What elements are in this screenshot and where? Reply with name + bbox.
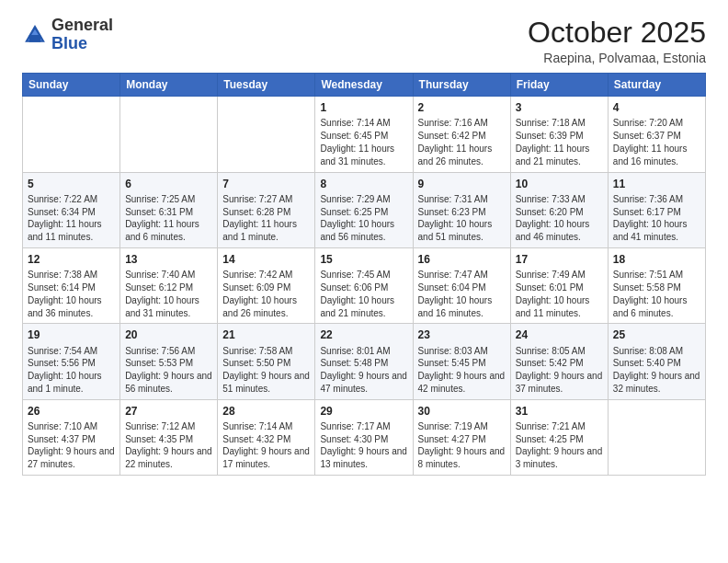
calendar-cell: 11Sunrise: 7:36 AM Sunset: 6:17 PM Dayli… bbox=[608, 172, 705, 247]
calendar-week-row: 1Sunrise: 7:14 AM Sunset: 6:45 PM Daylig… bbox=[23, 97, 706, 172]
day-number: 28 bbox=[222, 404, 310, 419]
page: General Blue October 2025 Raepina, Polva… bbox=[0, 0, 728, 563]
cell-content: Sunrise: 7:51 AM Sunset: 5:58 PM Dayligh… bbox=[613, 269, 700, 319]
calendar-table: SundayMondayTuesdayWednesdayThursdayFrid… bbox=[22, 73, 706, 476]
calendar-cell: 27Sunrise: 7:12 AM Sunset: 4:35 PM Dayli… bbox=[120, 399, 218, 475]
calendar-cell: 9Sunrise: 7:31 AM Sunset: 6:23 PM Daylig… bbox=[413, 172, 510, 247]
calendar-cell bbox=[608, 399, 705, 475]
calendar-cell: 10Sunrise: 7:33 AM Sunset: 6:20 PM Dayli… bbox=[510, 172, 608, 247]
calendar-cell: 17Sunrise: 7:49 AM Sunset: 6:01 PM Dayli… bbox=[510, 247, 608, 323]
day-number: 27 bbox=[125, 404, 212, 419]
cell-content: Sunrise: 7:14 AM Sunset: 4:32 PM Dayligh… bbox=[222, 420, 310, 471]
logo-icon bbox=[22, 22, 48, 48]
calendar-cell: 7Sunrise: 7:27 AM Sunset: 6:28 PM Daylig… bbox=[218, 172, 315, 247]
cell-content: Sunrise: 7:12 AM Sunset: 4:35 PM Dayligh… bbox=[125, 420, 212, 471]
day-number: 26 bbox=[28, 404, 115, 419]
logo-blue: Blue bbox=[51, 34, 87, 52]
calendar-cell: 18Sunrise: 7:51 AM Sunset: 5:58 PM Dayli… bbox=[608, 247, 705, 323]
weekday-header: Saturday bbox=[608, 74, 705, 97]
logo-text: General Blue bbox=[51, 17, 113, 53]
svg-rect-2 bbox=[29, 35, 40, 42]
weekday-header: Friday bbox=[510, 74, 608, 97]
cell-content: Sunrise: 7:42 AM Sunset: 6:09 PM Dayligh… bbox=[222, 269, 310, 319]
logo-general: General bbox=[51, 16, 113, 34]
calendar-cell: 21Sunrise: 7:58 AM Sunset: 5:50 PM Dayli… bbox=[218, 324, 315, 399]
cell-content: Sunrise: 8:03 AM Sunset: 5:45 PM Dayligh… bbox=[418, 345, 506, 396]
day-number: 22 bbox=[320, 327, 407, 342]
cell-content: Sunrise: 7:36 AM Sunset: 6:17 PM Dayligh… bbox=[613, 193, 700, 244]
calendar-cell: 28Sunrise: 7:14 AM Sunset: 4:32 PM Dayli… bbox=[218, 399, 315, 475]
calendar-cell: 1Sunrise: 7:14 AM Sunset: 6:45 PM Daylig… bbox=[315, 97, 413, 172]
day-number: 17 bbox=[516, 252, 603, 267]
cell-content: Sunrise: 7:10 AM Sunset: 4:37 PM Dayligh… bbox=[28, 420, 115, 471]
day-number: 8 bbox=[320, 177, 407, 191]
calendar-cell: 23Sunrise: 8:03 AM Sunset: 5:45 PM Dayli… bbox=[413, 324, 510, 399]
calendar-cell: 13Sunrise: 7:40 AM Sunset: 6:12 PM Dayli… bbox=[120, 247, 218, 323]
day-number: 1 bbox=[320, 100, 407, 115]
day-number: 20 bbox=[125, 327, 212, 342]
cell-content: Sunrise: 7:17 AM Sunset: 4:30 PM Dayligh… bbox=[320, 420, 407, 471]
day-number: 13 bbox=[125, 252, 212, 267]
calendar-cell: 14Sunrise: 7:42 AM Sunset: 6:09 PM Dayli… bbox=[218, 247, 315, 323]
day-number: 3 bbox=[516, 100, 603, 115]
calendar-week-row: 26Sunrise: 7:10 AM Sunset: 4:37 PM Dayli… bbox=[23, 399, 706, 475]
calendar-cell: 19Sunrise: 7:54 AM Sunset: 5:56 PM Dayli… bbox=[23, 324, 120, 399]
calendar-week-row: 12Sunrise: 7:38 AM Sunset: 6:14 PM Dayli… bbox=[23, 247, 706, 323]
day-number: 2 bbox=[418, 100, 506, 115]
cell-content: Sunrise: 7:33 AM Sunset: 6:20 PM Dayligh… bbox=[516, 193, 603, 244]
cell-content: Sunrise: 8:01 AM Sunset: 5:48 PM Dayligh… bbox=[320, 345, 407, 396]
cell-content: Sunrise: 7:29 AM Sunset: 6:25 PM Dayligh… bbox=[320, 193, 407, 244]
day-number: 19 bbox=[28, 327, 115, 342]
cell-content: Sunrise: 7:54 AM Sunset: 5:56 PM Dayligh… bbox=[28, 345, 115, 396]
day-number: 10 bbox=[516, 177, 603, 191]
day-number: 5 bbox=[28, 177, 115, 191]
calendar-cell bbox=[23, 97, 120, 172]
weekday-header: Wednesday bbox=[315, 74, 413, 97]
day-number: 12 bbox=[28, 252, 115, 267]
cell-content: Sunrise: 7:14 AM Sunset: 6:45 PM Dayligh… bbox=[320, 117, 407, 167]
month-title: October 2025 bbox=[528, 17, 706, 49]
cell-content: Sunrise: 7:38 AM Sunset: 6:14 PM Dayligh… bbox=[28, 269, 115, 319]
cell-content: Sunrise: 8:08 AM Sunset: 5:40 PM Dayligh… bbox=[613, 345, 700, 396]
day-number: 30 bbox=[418, 404, 506, 419]
calendar-cell: 6Sunrise: 7:25 AM Sunset: 6:31 PM Daylig… bbox=[120, 172, 218, 247]
day-number: 11 bbox=[613, 177, 700, 191]
calendar-cell: 12Sunrise: 7:38 AM Sunset: 6:14 PM Dayli… bbox=[23, 247, 120, 323]
day-number: 24 bbox=[516, 327, 603, 342]
calendar-cell: 25Sunrise: 8:08 AM Sunset: 5:40 PM Dayli… bbox=[608, 324, 705, 399]
cell-content: Sunrise: 7:21 AM Sunset: 4:25 PM Dayligh… bbox=[516, 420, 603, 471]
logo: General Blue bbox=[22, 17, 113, 53]
calendar-cell: 31Sunrise: 7:21 AM Sunset: 4:25 PM Dayli… bbox=[510, 399, 608, 475]
day-number: 31 bbox=[516, 404, 603, 419]
weekday-header: Tuesday bbox=[218, 74, 315, 97]
cell-content: Sunrise: 7:40 AM Sunset: 6:12 PM Dayligh… bbox=[125, 269, 212, 319]
cell-content: Sunrise: 7:19 AM Sunset: 4:27 PM Dayligh… bbox=[418, 420, 506, 471]
cell-content: Sunrise: 7:49 AM Sunset: 6:01 PM Dayligh… bbox=[516, 269, 603, 319]
calendar-cell: 26Sunrise: 7:10 AM Sunset: 4:37 PM Dayli… bbox=[23, 399, 120, 475]
cell-content: Sunrise: 7:47 AM Sunset: 6:04 PM Dayligh… bbox=[418, 269, 506, 319]
weekday-header-row: SundayMondayTuesdayWednesdayThursdayFrid… bbox=[23, 74, 706, 97]
cell-content: Sunrise: 7:18 AM Sunset: 6:39 PM Dayligh… bbox=[516, 117, 603, 167]
calendar-cell: 8Sunrise: 7:29 AM Sunset: 6:25 PM Daylig… bbox=[315, 172, 413, 247]
day-number: 18 bbox=[613, 252, 700, 267]
cell-content: Sunrise: 7:22 AM Sunset: 6:34 PM Dayligh… bbox=[28, 193, 115, 244]
calendar-cell: 29Sunrise: 7:17 AM Sunset: 4:30 PM Dayli… bbox=[315, 399, 413, 475]
cell-content: Sunrise: 7:20 AM Sunset: 6:37 PM Dayligh… bbox=[613, 117, 700, 167]
day-number: 14 bbox=[222, 252, 310, 267]
day-number: 9 bbox=[418, 177, 506, 191]
title-block: October 2025 Raepina, Polvamaa, Estonia bbox=[528, 17, 706, 65]
weekday-header: Monday bbox=[120, 74, 218, 97]
day-number: 4 bbox=[613, 100, 700, 115]
weekday-header: Thursday bbox=[413, 74, 510, 97]
calendar-cell: 15Sunrise: 7:45 AM Sunset: 6:06 PM Dayli… bbox=[315, 247, 413, 323]
day-number: 21 bbox=[222, 327, 310, 342]
day-number: 6 bbox=[125, 177, 212, 191]
day-number: 16 bbox=[418, 252, 506, 267]
cell-content: Sunrise: 7:56 AM Sunset: 5:53 PM Dayligh… bbox=[125, 345, 212, 396]
header: General Blue October 2025 Raepina, Polva… bbox=[0, 0, 728, 73]
day-number: 23 bbox=[418, 327, 506, 342]
calendar-cell: 30Sunrise: 7:19 AM Sunset: 4:27 PM Dayli… bbox=[413, 399, 510, 475]
calendar-cell bbox=[120, 97, 218, 172]
calendar-cell: 5Sunrise: 7:22 AM Sunset: 6:34 PM Daylig… bbox=[23, 172, 120, 247]
calendar-cell: 22Sunrise: 8:01 AM Sunset: 5:48 PM Dayli… bbox=[315, 324, 413, 399]
